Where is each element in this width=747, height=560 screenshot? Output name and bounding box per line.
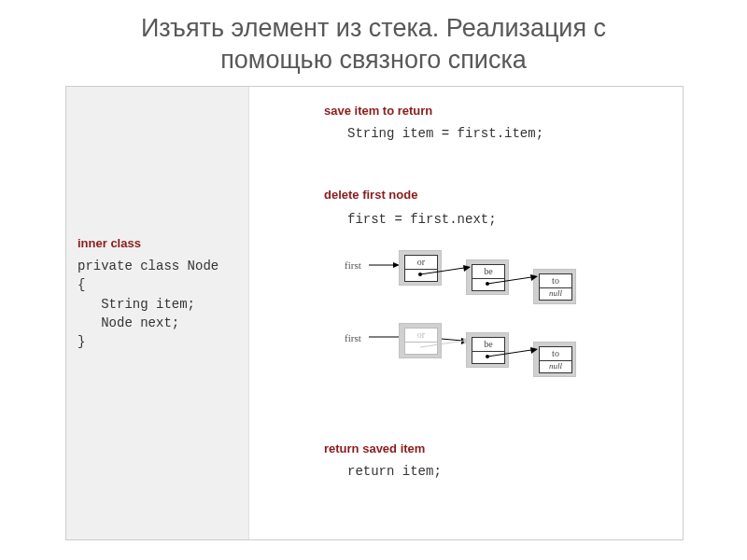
diag2-first-label: first (345, 332, 361, 343)
step3-code: return item; (347, 462, 442, 481)
svg-line-2 (420, 268, 464, 274)
right-pane: save item to return String item = first.… (249, 87, 683, 539)
diag2-node-c: to null (533, 342, 576, 377)
inner-class-code: private class Node { String item; Node n… (78, 257, 218, 351)
svg-line-7 (420, 341, 464, 347)
svg-marker-5 (530, 274, 538, 281)
step3-heading: return saved item (324, 441, 425, 455)
diag2-link-bc-arrow-icon (487, 347, 539, 366)
diag1-node-c: to null (533, 269, 576, 304)
diag1-link-bc-arrow-icon (487, 274, 539, 293)
diag1-first-label: first (345, 259, 361, 271)
diag1-first-arrow-icon (369, 259, 401, 272)
slide-title: Изъять элемент из стека. Реализация с по… (0, 0, 747, 86)
diag1-node-c-item: to (539, 273, 572, 288)
left-pane: inner class private class Node { String … (66, 87, 249, 539)
diag1-node-c-null: null (539, 287, 572, 301)
svg-line-4 (487, 277, 531, 284)
step1-code: String item = first.item; (347, 124, 543, 143)
svg-marker-10 (530, 347, 538, 354)
step2-heading: delete first node (324, 188, 417, 202)
step2-code: first = first.next; (347, 210, 497, 229)
inner-class-heading: inner class (78, 236, 141, 250)
title-line-2: помощью связного списка (220, 46, 527, 74)
diag1-link-ab-arrow-icon (420, 265, 472, 284)
diag2-node-c-null: null (539, 360, 572, 373)
title-line-1: Изъять элемент из стека. Реализация с (141, 14, 606, 42)
svg-marker-3 (463, 265, 471, 272)
step1-heading: save item to return (324, 104, 432, 118)
diag2-link-ab-faded-arrow-icon (420, 338, 472, 357)
svg-line-9 (487, 350, 531, 357)
diag2-node-c-item: to (539, 346, 572, 361)
content-frame: inner class private class Node { String … (65, 86, 684, 540)
